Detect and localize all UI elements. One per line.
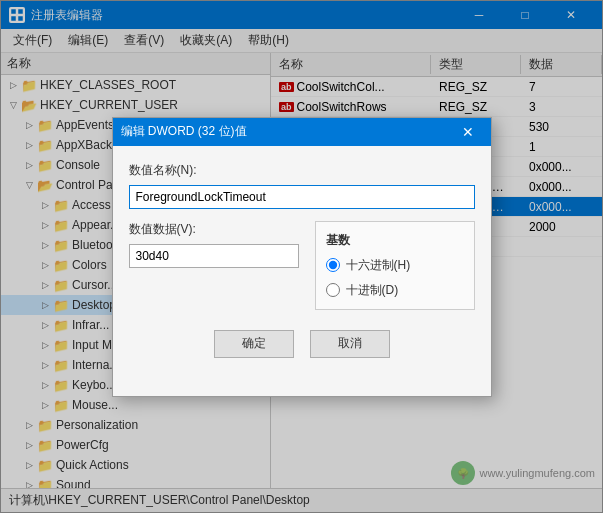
radio-group: 十六进制(H) 十进制(D) — [326, 257, 464, 299]
dialog-name-input[interactable] — [129, 185, 475, 209]
dialog-value-input[interactable] — [129, 244, 299, 268]
dialog-value-row: 数值数据(V): 基数 十六进制(H) 十进制(D) — [129, 221, 475, 310]
dialog-body: 数值名称(N): 数值数据(V): 基数 十六进制(H) — [113, 146, 491, 374]
dialog-value-label: 数值数据(V): — [129, 221, 299, 238]
dialog-cancel-button[interactable]: 取消 — [310, 330, 390, 358]
dialog-base-title: 基数 — [326, 232, 464, 249]
radio-dec[interactable] — [326, 283, 340, 297]
dialog-buttons: 确定 取消 — [129, 330, 475, 358]
radio-hex-option[interactable]: 十六进制(H) — [326, 257, 464, 274]
radio-hex-label: 十六进制(H) — [346, 257, 411, 274]
dialog-title: 编辑 DWORD (32 位)值 — [121, 123, 453, 140]
dialog-name-label: 数值名称(N): — [129, 162, 475, 179]
radio-dec-option[interactable]: 十进制(D) — [326, 282, 464, 299]
dialog-left-section: 数值数据(V): — [129, 221, 299, 310]
dialog-dword: 编辑 DWORD (32 位)值 ✕ 数值名称(N): 数值数据(V): 基数 … — [112, 117, 492, 397]
radio-dec-label: 十进制(D) — [346, 282, 399, 299]
dialog-title-bar: 编辑 DWORD (32 位)值 ✕ — [113, 118, 491, 146]
dialog-ok-button[interactable]: 确定 — [214, 330, 294, 358]
dialog-close-button[interactable]: ✕ — [453, 118, 483, 146]
dialog-base-section: 基数 十六进制(H) 十进制(D) — [315, 221, 475, 310]
modal-overlay: 编辑 DWORD (32 位)值 ✕ 数值名称(N): 数值数据(V): 基数 … — [0, 0, 603, 513]
radio-hex[interactable] — [326, 258, 340, 272]
